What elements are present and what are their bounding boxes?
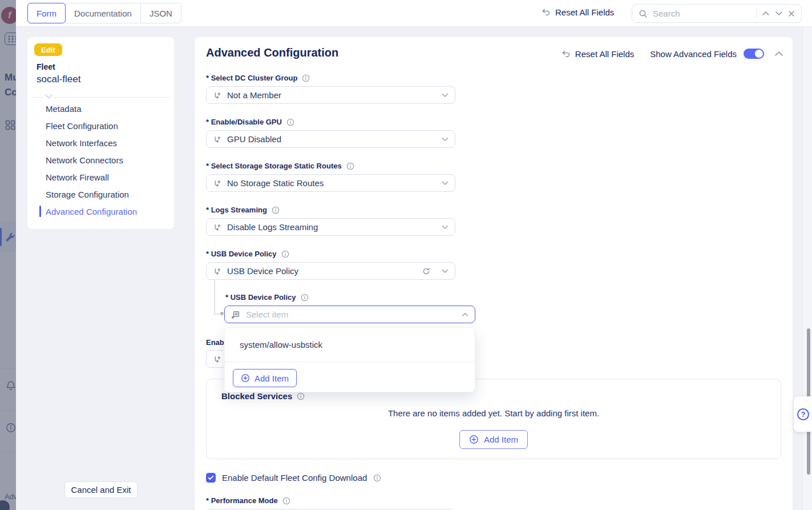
plus-circle-icon: [241, 374, 250, 383]
dashboard-grid-icon: [5, 120, 15, 130]
avatar: [0, 500, 10, 510]
empty-list-message: There are no items added yet. Start by a…: [207, 408, 781, 418]
dropdown-option-allow-usbstick[interactable]: system/allow-usbstick: [225, 328, 475, 362]
show-advanced-fields-toggle[interactable]: [744, 49, 764, 59]
chevron-down-icon: [442, 93, 449, 98]
storage-static-routes-select[interactable]: No Storage Static Routes: [206, 174, 455, 192]
search-input[interactable]: Search: [632, 4, 802, 23]
nested-connector-line: [214, 280, 215, 314]
sidebar-item-storage-configuration[interactable]: Storage Configuration: [27, 186, 174, 203]
usb-policy-dropdown: system/allow-usbstick Add Item: [224, 327, 475, 392]
usb-device-policy-nested-label: * USB Device Policy: [225, 293, 309, 302]
divider: [0, 451, 16, 452]
search-divider: [756, 9, 757, 18]
select-item-placeholder: Select item: [246, 310, 456, 319]
bell-icon: [6, 380, 16, 391]
default-fleet-config-download-row: Enable Default Fleet Config Download: [206, 473, 381, 483]
reset-all-fields-button[interactable]: Reset All Fields: [540, 7, 614, 17]
nested-connector-line: [214, 314, 220, 315]
info-icon[interactable]: [297, 392, 305, 400]
brand-logo: f: [1, 7, 16, 24]
background-page-title: Co: [5, 87, 16, 98]
edit-mode-badge: Edit: [34, 43, 62, 56]
dropdown-add-item-button[interactable]: Add Item: [233, 369, 297, 387]
top-toolbar: Form Documentation JSON Reset All Fields…: [0, 0, 812, 27]
search-icon: [639, 9, 648, 18]
usb-device-policy-label: * USB Device Policy: [206, 250, 289, 258]
toggle-knob: [755, 50, 763, 58]
chevron-up-icon: [462, 312, 468, 317]
inherit-icon: [213, 267, 221, 275]
nested-connector-dot: [220, 312, 224, 315]
info-icon[interactable]: [346, 162, 354, 170]
inherit-icon: [213, 91, 221, 99]
blocked-services-add-item-button[interactable]: Add Item: [459, 430, 528, 449]
usb-device-policy-select[interactable]: USB Device Policy: [206, 262, 455, 280]
performance-mode-label: * Performance Mode: [206, 496, 290, 505]
info-icon[interactable]: [286, 118, 294, 126]
wrench-icon: [5, 232, 15, 242]
collapse-section-icon[interactable]: [774, 51, 783, 57]
storage-static-routes-label: * Select Storage Storage Static Routes: [206, 162, 354, 170]
entity-type-label: Fleet: [37, 62, 55, 71]
tab-json[interactable]: JSON: [140, 3, 181, 23]
background-page-title: Mu: [5, 72, 16, 83]
reset-icon: [540, 8, 550, 17]
search-next-icon[interactable]: [775, 11, 783, 16]
background-app-strip: f Mu Co Adv: [0, 0, 16, 510]
divider: [0, 368, 16, 369]
chevron-down-icon: [442, 181, 449, 186]
inherit-icon: [213, 355, 221, 363]
active-nav-row: [0, 222, 16, 252]
advanced-configuration-panel: Advanced Configuration Reset All Fields …: [195, 37, 793, 510]
chevron-down-icon: [442, 225, 449, 230]
info-icon[interactable]: [373, 474, 381, 482]
help-tab[interactable]: ?: [794, 396, 812, 432]
search-placeholder: Search: [653, 9, 751, 18]
default-fleet-config-download-checkbox[interactable]: [206, 473, 216, 483]
screen: Form Documentation JSON Reset All Fields…: [0, 0, 812, 510]
info-icon[interactable]: [272, 206, 280, 214]
sidebar-item-network-connectors[interactable]: Network Connectors: [27, 151, 174, 168]
active-indicator: [39, 206, 41, 217]
reset-icon: [560, 50, 570, 58]
logs-streaming-select[interactable]: Disable Logs Streaming: [206, 218, 455, 236]
sidebar-item-network-firewall[interactable]: Network Firewall: [27, 168, 174, 186]
inherit-icon: [213, 179, 221, 187]
logs-streaming-label: * Logs Streaming: [206, 206, 280, 214]
dc-cluster-group-select[interactable]: Not a Member: [206, 86, 455, 104]
blocked-services-label: Blocked Services: [221, 391, 305, 401]
info-icon[interactable]: [281, 250, 289, 258]
sidebar-item-network-interfaces[interactable]: Network Interfaces: [27, 134, 174, 151]
app-launcher-icon: [5, 33, 16, 45]
info-icon[interactable]: [302, 74, 310, 82]
add-list-item-icon: [231, 310, 240, 319]
refresh-icon[interactable]: [422, 267, 430, 275]
search-close-icon[interactable]: [788, 10, 795, 17]
section-reset-all-fields-button[interactable]: Reset All Fields: [560, 49, 634, 59]
form-sidebar: Edit Fleet socal-fleet Metadata Fleet Co…: [27, 37, 174, 229]
cancel-and-exit-button[interactable]: Cancel and Exit: [64, 481, 138, 498]
tab-form[interactable]: Form: [27, 3, 66, 23]
search-prev-icon[interactable]: [762, 11, 770, 16]
divider: [0, 410, 16, 411]
info-icon[interactable]: [282, 497, 290, 505]
sidebar-item-fleet-configuration[interactable]: Fleet Configuration: [27, 117, 174, 134]
section-nav: Metadata Fleet Configuration Network Int…: [27, 100, 174, 220]
sidebar-item-metadata[interactable]: Metadata: [27, 100, 174, 117]
chevron-down-icon: [442, 269, 449, 274]
section-header-controls: Reset All Fields Show Advanced Fields: [560, 49, 783, 59]
gpu-select[interactable]: GPU Disabled: [206, 130, 455, 148]
usb-device-policy-item-select[interactable]: Select item: [224, 306, 475, 323]
inherit-icon: [213, 223, 221, 231]
plus-circle-icon: [469, 435, 479, 444]
help-icon: ?: [797, 408, 809, 420]
reset-all-fields-label: Reset All Fields: [555, 7, 614, 17]
show-advanced-fields-label: Show Advanced Fields: [650, 49, 737, 59]
entity-name: socal-fleet: [37, 74, 80, 85]
info-circle-icon: [6, 423, 16, 433]
sidebar-item-advanced-configuration[interactable]: Advanced Configuration: [27, 203, 174, 220]
info-icon[interactable]: [301, 294, 309, 302]
tab-documentation[interactable]: Documentation: [65, 3, 141, 23]
partially-hidden-field-label: Enabl: [206, 338, 226, 347]
